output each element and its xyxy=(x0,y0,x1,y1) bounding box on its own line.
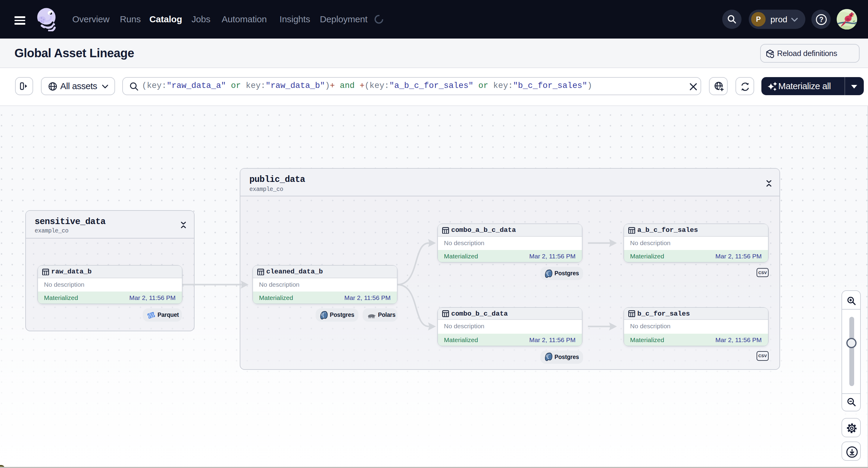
svg-text:?: ? xyxy=(819,15,824,24)
